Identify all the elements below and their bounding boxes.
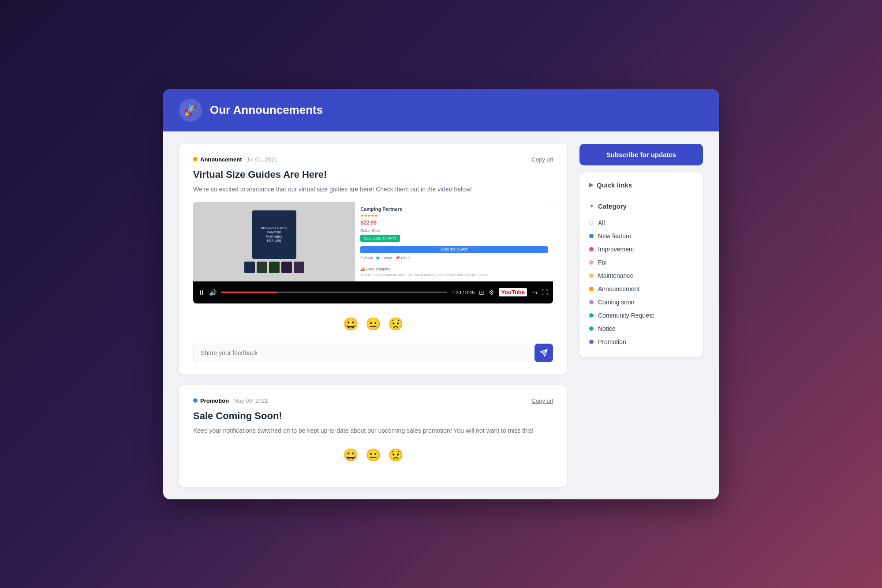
category-name-coming-soon: Coming soon: [598, 299, 635, 306]
category-item-maintenance[interactable]: Maintenance: [589, 269, 693, 282]
video-product-right: Camping Partners ★★★★★ $22.99 Color: Blu…: [355, 202, 553, 281]
video-controls: ⏸ 🔊 1:20 / 8:45 ⊡ ⚙ YouTube ▭ ⛶: [193, 281, 553, 303]
category-dot-all: [589, 221, 594, 225]
main-content: Announcement Jul 01, 2021 Copy url Virtu…: [179, 144, 567, 487]
post-1-description: We're so excited to announce that our vi…: [193, 185, 553, 194]
video-product-left: HUSBAND & WIFECAMPINGPARTNERSFOR LIFE: [193, 202, 355, 281]
category-item-announcement[interactable]: Announcement: [589, 282, 693, 296]
category-header[interactable]: ▼ Category: [589, 202, 693, 210]
category-dot-improvement: [589, 247, 594, 251]
add-to-cart-btn[interactable]: ADD TO CART: [360, 246, 548, 253]
product-image: HUSBAND & WIFECAMPINGPARTNERSFOR LIFE: [252, 210, 296, 259]
category-item-coming-soon[interactable]: Coming soon: [589, 296, 693, 309]
category-name-announcement: Announcement: [598, 285, 639, 292]
category-dot-coming-soon: [589, 300, 594, 304]
happy-emoji[interactable]: 😀: [343, 317, 359, 331]
category-dot-promotion: [589, 340, 594, 344]
category-name-maintenance: Maintenance: [598, 272, 633, 279]
quick-links-header[interactable]: ▶ Quick links: [589, 181, 693, 189]
product-thumbnails: [244, 262, 304, 273]
category-item-improvement[interactable]: Improvement: [589, 243, 693, 256]
post-2-emoji-reactions: 😀 😐 😟: [193, 443, 553, 467]
category-item-community-request[interactable]: Community Request: [589, 309, 693, 322]
category-name-promotion: Promotion: [598, 338, 626, 345]
post-2-tag: Promotion: [193, 397, 229, 404]
body-layout: Announcement Jul 01, 2021 Copy url Virtu…: [163, 131, 719, 499]
settings-icon[interactable]: ⚙: [489, 289, 494, 296]
category-dot-fix: [589, 260, 594, 265]
post-2-sad-emoji[interactable]: 😟: [388, 448, 404, 462]
post-2-meta: Promotion May 09, 2021 Copy url: [193, 397, 553, 404]
post-2-neutral-emoji[interactable]: 😐: [366, 448, 381, 462]
category-dot-announcement: [589, 287, 594, 291]
category-dot-new-feature: [589, 234, 594, 238]
category-name-notice: Notice: [598, 325, 616, 332]
emoji-reactions: 😀 😐 😟: [193, 312, 553, 336]
category-dot-community-request: [589, 313, 594, 318]
neutral-emoji[interactable]: 😐: [366, 317, 381, 331]
post-1-copy-url[interactable]: Copy url: [532, 156, 553, 163]
main-container: 🚀 Our Announcements Announcement Jul 01,…: [163, 89, 719, 499]
pause-icon[interactable]: ⏸: [198, 289, 205, 296]
category-item-notice[interactable]: Notice: [589, 322, 693, 335]
category-item-new-feature[interactable]: New feature: [589, 229, 693, 243]
fullscreen-icon[interactable]: ⛶: [542, 289, 548, 296]
sidebar-panel: ▶ Quick links ▼ Category All New f: [579, 172, 703, 357]
category-name-all: All: [598, 219, 605, 226]
video-time: 1:20 / 8:45: [452, 290, 475, 295]
quick-links-chevron: ▶: [589, 182, 593, 188]
subscribe-button[interactable]: Subscribe for updates: [579, 144, 703, 165]
post-2-description: Keep your notifications switched on to b…: [193, 426, 553, 435]
post-2-copy-url[interactable]: Copy url: [532, 397, 553, 404]
category-name-fix: Fix: [598, 259, 606, 266]
promotion-dot: [193, 398, 198, 403]
category-name-new-feature: New feature: [598, 232, 631, 240]
post-1-title: Virtual Size Guides Are Here!: [193, 169, 553, 180]
feedback-input[interactable]: [193, 344, 530, 362]
video-embed[interactable]: HUSBAND & WIFECAMPINGPARTNERSFOR LIFE: [193, 202, 553, 303]
post-2-title: Sale Coming Soon!: [193, 410, 553, 422]
category-item-all[interactable]: All: [589, 216, 693, 229]
post-1-meta: Announcement Jul 01, 2021 Copy url: [193, 156, 553, 163]
category-item-promotion[interactable]: Promotion: [589, 335, 693, 348]
post-1-date: Jul 01, 2021: [247, 156, 278, 163]
product-name: Camping Partners: [360, 206, 548, 212]
category-dot-notice: [589, 326, 594, 331]
volume-icon[interactable]: 🔊: [209, 289, 217, 296]
progress-bar[interactable]: [221, 292, 447, 293]
header: 🚀 Our Announcements: [163, 89, 719, 131]
post-1-tag-label: Announcement: [200, 156, 242, 163]
post-2-date: May 09, 2021: [233, 397, 268, 404]
header-title: Our Announcements: [210, 103, 323, 117]
sad-emoji[interactable]: 😟: [388, 317, 404, 331]
category-item-fix[interactable]: Fix: [589, 256, 693, 269]
logo-icon: 🚀: [179, 99, 202, 122]
post-2-tag-label: Promotion: [200, 397, 229, 404]
video-content: HUSBAND & WIFECAMPINGPARTNERSFOR LIFE: [193, 202, 553, 281]
progress-fill: [221, 292, 277, 293]
feedback-form: [193, 344, 553, 362]
theater-icon[interactable]: ▭: [531, 289, 537, 296]
announcement-dot: [193, 157, 198, 161]
sidebar: Subscribe for updates ▶ Quick links ▼ Ca…: [579, 144, 703, 357]
category-label: Category: [598, 202, 627, 210]
quick-links-label: Quick links: [597, 181, 632, 189]
category-name-improvement: Improvement: [598, 246, 634, 253]
category-name-community-request: Community Request: [598, 312, 654, 319]
category-dot-maintenance: [589, 273, 594, 278]
product-price: $22.99: [360, 220, 548, 226]
post-2-happy-emoji[interactable]: 😀: [343, 448, 359, 462]
send-feedback-button[interactable]: [534, 344, 553, 362]
size-chart-btn[interactable]: SEE SIZE CHART: [360, 235, 400, 242]
section-divider: [589, 197, 693, 197]
post-1-tag: Announcement: [193, 156, 242, 163]
youtube-logo: YouTube: [499, 288, 527, 296]
post-card-2: Promotion May 09, 2021 Copy url Sale Com…: [179, 385, 567, 487]
category-chevron: ▼: [589, 203, 594, 209]
subtitles-icon[interactable]: ⊡: [479, 289, 484, 296]
post-card-1: Announcement Jul 01, 2021 Copy url Virtu…: [179, 144, 567, 375]
